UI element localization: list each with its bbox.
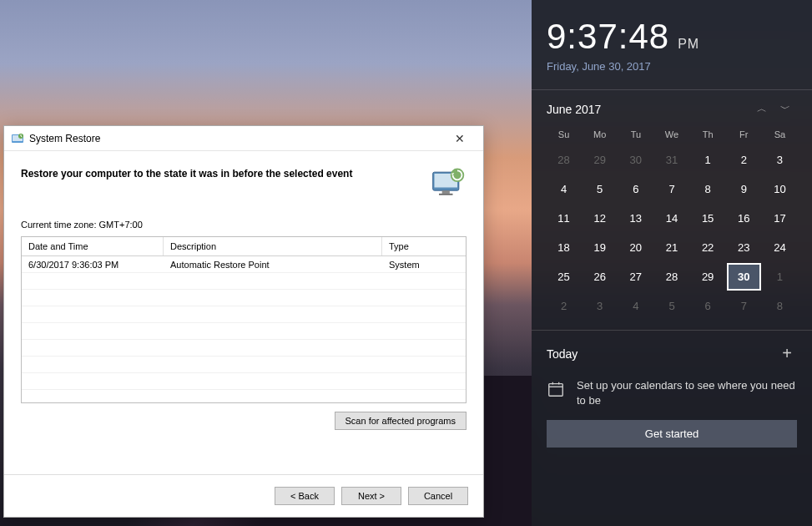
calendar-day[interactable]: 28	[654, 263, 688, 291]
agenda-section: Today + Set up your calendars to see whe…	[547, 342, 797, 448]
calendar-icon	[547, 380, 565, 398]
calendar-day[interactable]: 8	[691, 175, 725, 203]
restore-points-grid[interactable]: Date and Time Description Type 6/30/2017…	[21, 236, 467, 403]
calendar-day[interactable]: 3	[763, 146, 797, 174]
calendar-day[interactable]: 5	[583, 175, 617, 203]
calendar-day[interactable]: 26	[583, 263, 617, 291]
empty-row	[22, 373, 466, 390]
calendar-dow: Fr	[727, 124, 761, 144]
chevron-up-icon: ︿	[757, 103, 767, 114]
empty-row	[22, 273, 466, 290]
calendar-day-today[interactable]: 30	[727, 263, 761, 291]
empty-row	[22, 357, 466, 373]
calendar-prev-button[interactable]: ︿	[750, 102, 774, 116]
svg-rect-6	[439, 194, 453, 195]
scan-affected-button[interactable]: Scan for affected programs	[335, 412, 467, 430]
calendar-dow: Su	[547, 124, 581, 144]
grid-header: Date and Time Description Type	[22, 237, 466, 256]
clock-date[interactable]: Friday, June 30, 2017	[547, 60, 797, 73]
calendar-day[interactable]: 27	[618, 263, 653, 291]
calendar-day[interactable]: 13	[618, 205, 653, 232]
column-datetime[interactable]: Date and Time	[22, 237, 164, 255]
calendar-day[interactable]: 31	[654, 146, 688, 174]
calendar-day[interactable]: 29	[583, 146, 617, 174]
next-button[interactable]: Next >	[341, 487, 401, 505]
calendar-month-label[interactable]: June 2017	[547, 103, 750, 116]
window-title: System Restore	[29, 133, 443, 144]
calendar-next-button[interactable]: ﹀	[774, 102, 797, 116]
table-row[interactable]: 6/30/2017 9:36:03 PMAutomatic Restore Po…	[22, 256, 466, 273]
column-type[interactable]: Type	[382, 237, 466, 255]
empty-row	[22, 290, 466, 306]
close-button[interactable]: ✕	[443, 127, 477, 150]
calendar-day[interactable]: 28	[547, 146, 581, 174]
cancel-button[interactable]: Cancel	[408, 487, 468, 505]
calendar-dow: We	[654, 124, 688, 144]
calendar-day[interactable]: 2	[727, 146, 761, 174]
calendar-grid: SuMoTuWeThFrSa28293031123456789101112131…	[547, 124, 797, 320]
calendar-day[interactable]: 9	[727, 175, 761, 203]
restore-monitor-icon	[430, 164, 467, 201]
calendar-day[interactable]: 23	[727, 234, 761, 261]
system-restore-window: System Restore ✕ Restore your computer t…	[3, 125, 484, 518]
calendar-header: June 2017 ︿ ﹀	[547, 90, 797, 124]
calendar-dow: Tu	[618, 124, 653, 144]
clock-ampm: PM	[678, 37, 699, 52]
empty-row	[22, 390, 466, 403]
add-event-button[interactable]: +	[777, 342, 797, 365]
calendar-day[interactable]: 24	[763, 234, 797, 261]
clock-calendar-flyout: 9:37:48 PM Friday, June 30, 2017 June 20…	[532, 0, 812, 526]
close-icon: ✕	[455, 132, 465, 145]
column-description[interactable]: Description	[164, 237, 382, 255]
calendar-day[interactable]: 19	[583, 234, 617, 261]
chevron-down-icon: ﹀	[780, 103, 790, 114]
system-restore-icon	[11, 132, 24, 145]
calendar-day[interactable]: 14	[654, 205, 688, 232]
empty-row	[22, 340, 466, 357]
calendar-day[interactable]: 29	[691, 263, 725, 291]
calendar-dow: Th	[691, 124, 725, 144]
calendar-day[interactable]: 4	[618, 292, 653, 320]
calendar-day[interactable]: 1	[763, 263, 797, 291]
divider	[532, 330, 812, 331]
agenda-message: Set up your calendars to see where you n…	[577, 378, 797, 408]
content-body: Current time zone: GMT+7:00 Date and Tim…	[4, 210, 483, 474]
cell-type: System	[382, 258, 466, 271]
calendar-day[interactable]: 11	[547, 205, 581, 232]
content-header: Restore your computer to the state it wa…	[4, 151, 483, 210]
calendar-day[interactable]: 1	[691, 146, 725, 174]
calendar-dow: Mo	[583, 124, 617, 144]
back-button[interactable]: < Back	[275, 487, 335, 505]
clock-time-value: 9:37:48	[547, 17, 669, 57]
calendar-day[interactable]: 6	[618, 175, 653, 203]
clock-time: 9:37:48 PM	[547, 17, 797, 57]
cell-datetime: 6/30/2017 9:36:03 PM	[22, 258, 164, 271]
titlebar[interactable]: System Restore ✕	[4, 126, 483, 151]
calendar-day[interactable]: 12	[583, 205, 617, 232]
cell-description: Automatic Restore Point	[164, 258, 382, 271]
calendar-day[interactable]: 8	[763, 292, 797, 320]
calendar-day[interactable]: 3	[583, 292, 617, 320]
calendar-day[interactable]: 7	[654, 175, 688, 203]
calendar-day[interactable]: 4	[547, 175, 581, 203]
calendar-day[interactable]: 21	[654, 234, 688, 261]
calendar-day[interactable]: 18	[547, 234, 581, 261]
plus-icon: +	[782, 344, 792, 362]
get-started-button[interactable]: Get started	[547, 420, 797, 448]
calendar-day[interactable]: 22	[691, 234, 725, 261]
calendar-day[interactable]: 16	[727, 205, 761, 232]
calendar-day[interactable]: 15	[691, 205, 725, 232]
calendar-day[interactable]: 2	[547, 292, 581, 320]
calendar-day[interactable]: 20	[618, 234, 653, 261]
calendar-day[interactable]: 25	[547, 263, 581, 291]
calendar-day[interactable]: 17	[763, 205, 797, 232]
calendar-day[interactable]: 5	[654, 292, 688, 320]
timezone-label: Current time zone: GMT+7:00	[21, 220, 467, 230]
calendar-day[interactable]: 7	[727, 292, 761, 320]
calendar-day[interactable]: 6	[691, 292, 725, 320]
wizard-footer: < Back Next > Cancel	[4, 474, 483, 517]
svg-rect-8	[549, 384, 563, 397]
empty-row	[22, 306, 466, 323]
calendar-day[interactable]: 10	[763, 175, 797, 203]
calendar-day[interactable]: 30	[618, 146, 653, 174]
